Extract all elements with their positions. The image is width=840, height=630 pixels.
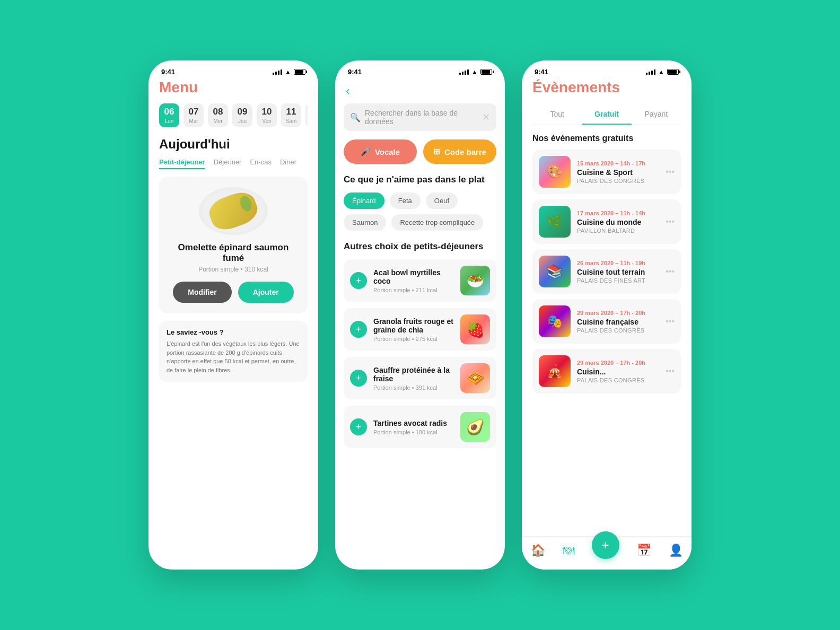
tab-payant[interactable]: Payant	[632, 104, 681, 125]
alternatives-title: Autres choix de petits-déjeuners	[335, 241, 505, 252]
clear-icon[interactable]: ✕	[482, 111, 490, 123]
meal-tabs: Petit-déjeuner Déjeuner En-cas Diner	[159, 158, 308, 169]
food-info-3: Gauffre protéinée à la fraise Portion si…	[373, 366, 454, 391]
add-circle-1[interactable]: +	[350, 272, 367, 289]
action-buttons-row: 🎤 Vocale ⊞ Code barre	[335, 139, 505, 164]
dislike-title: Ce que je n'aime pas dans le plat	[335, 174, 505, 185]
chip-feta[interactable]: Feta	[390, 192, 421, 209]
chip-epinard[interactable]: Épinard	[344, 192, 384, 209]
add-button[interactable]: Ajouter	[238, 282, 294, 303]
event-venue-5: PALAIS DES CONGRÈS	[577, 377, 659, 383]
phone-search: 9:41 ▲ ‹ 🔍 Rechercher dans la base de do…	[335, 60, 505, 570]
event-date-2: 17 mars 2020 – 11h - 14h	[577, 210, 659, 216]
date-item-1[interactable]: 06 Lun	[159, 103, 179, 127]
date-item-7[interactable]: 12 Di	[305, 103, 308, 127]
status-icons-1: ▲	[273, 68, 305, 76]
food-thumb-2: 🍓	[460, 314, 490, 344]
status-bar-1: 9:41 ▲	[148, 60, 318, 79]
phone-events: 9:41 ▲ Évènements Tout Gratuit Payant	[522, 60, 692, 570]
add-circle-2[interactable]: +	[350, 321, 367, 338]
food-thumb-4: 🥑	[460, 412, 490, 442]
chip-saumon[interactable]: Saumon	[344, 214, 386, 231]
time-3: 9:41	[535, 68, 548, 76]
event-thumb-2: 🌿	[539, 206, 571, 238]
tab-encas[interactable]: En-cas	[250, 158, 271, 169]
signal-icon-3	[646, 69, 655, 75]
add-circle-3[interactable]: +	[350, 370, 367, 387]
status-bar-3: 9:41 ▲	[522, 60, 692, 79]
event-menu-2[interactable]: •••	[666, 217, 675, 226]
event-name-3: Cuisine tout terrain	[577, 268, 659, 276]
barcode-button[interactable]: ⊞ Code barre	[423, 139, 496, 164]
date-num-4: 09	[238, 107, 248, 117]
date-item-2[interactable]: 07 Mar	[183, 103, 204, 127]
date-day-6: Sam	[286, 118, 297, 124]
fab-add-button[interactable]: +	[592, 531, 619, 559]
event-name-5: Cuisin...	[577, 368, 659, 376]
today-label: Aujourd'hui	[159, 137, 308, 152]
event-name-4: Cuisine française	[577, 318, 659, 326]
barcode-icon: ⊞	[433, 147, 440, 156]
search-bar[interactable]: 🔍 Rechercher dans la base de données ✕	[344, 103, 496, 131]
event-info-2: 17 mars 2020 – 11h - 14h Cuisine du mond…	[577, 210, 659, 234]
vocal-label: Vocale	[375, 147, 400, 156]
barcode-label: Code barre	[444, 147, 486, 156]
event-menu-4[interactable]: •••	[666, 317, 675, 326]
food-item-3: + Gauffre protéinée à la fraise Portion …	[344, 357, 496, 399]
phones-container: 9:41 ▲ Menu 06 Lun	[148, 60, 692, 570]
date-item-6[interactable]: 11 Sam	[281, 103, 301, 127]
event-info-5: 29 mars 2020 – 17h - 20h Cuisin... PALAI…	[577, 360, 659, 383]
food-card: Omelette épinard saumon fumé Portion sim…	[159, 177, 308, 313]
tab-gratuit[interactable]: Gratuit	[582, 104, 631, 125]
event-info-1: 15 mars 2020 – 14h - 17h Cuisine & Sport…	[577, 160, 659, 184]
event-tabs: Tout Gratuit Payant	[532, 104, 681, 125]
event-card-5: 🎪 29 mars 2020 – 17h - 20h Cuisin... PAL…	[532, 349, 681, 393]
food-list-meta-2: Portion simple • 275 kcal	[373, 336, 454, 342]
profile-nav-icon[interactable]: 👤	[669, 544, 683, 557]
tab-tout[interactable]: Tout	[532, 104, 582, 125]
food-list-meta-3: Portion simple • 391 kcal	[373, 384, 454, 391]
event-menu-1[interactable]: •••	[666, 167, 675, 177]
home-nav-icon[interactable]: 🏠	[531, 544, 545, 557]
event-card-1: 🎨 15 mars 2020 – 14h - 17h Cuisine & Spo…	[532, 150, 681, 194]
date-day-2: Mar	[189, 118, 198, 124]
food-list-name-3: Gauffre protéinée à la fraise	[373, 366, 454, 383]
vocal-button[interactable]: 🎤 Vocale	[344, 139, 417, 164]
event-thumb-3: 📚	[539, 256, 571, 287]
event-venue-4: PALAIS DES CONGRÈS	[577, 327, 659, 334]
status-bar-2: 9:41 ▲	[335, 60, 505, 79]
food-thumb-1: 🥗	[460, 266, 490, 295]
event-venue-1: PALAIS DES CONGRÈS	[577, 178, 659, 184]
food-meta: Portion simple • 310 kcal	[198, 266, 268, 273]
battery-icon-3	[667, 69, 679, 75]
phone2-content: ‹ 🔍 Rechercher dans la base de données ✕…	[335, 79, 505, 570]
tab-diner[interactable]: Diner	[280, 158, 296, 169]
event-info-4: 29 mars 2020 – 17h - 20h Cuisine françai…	[577, 310, 659, 334]
date-item-3[interactable]: 08 Mer	[208, 103, 228, 127]
back-button[interactable]: ‹	[335, 79, 505, 103]
date-num-3: 08	[213, 107, 223, 117]
food-list-name-4: Tartines avocat radis	[373, 419, 454, 427]
date-item-4[interactable]: 09 Jeu	[232, 103, 252, 127]
info-title: Le saviez -vous ?	[167, 328, 300, 336]
event-card-2: 🌿 17 mars 2020 – 11h - 14h Cuisine du mo…	[532, 199, 681, 244]
status-icons-2: ▲	[459, 68, 492, 76]
events-title: Évènements	[532, 79, 681, 96]
add-circle-4[interactable]: +	[350, 418, 367, 435]
tab-petit-dejeuner[interactable]: Petit-déjeuner	[159, 158, 205, 169]
tab-dejeuner[interactable]: Déjeuner	[214, 158, 242, 169]
event-menu-3[interactable]: •••	[666, 267, 675, 276]
restaurant-nav-icon[interactable]: 🍽	[563, 544, 574, 557]
wifi-icon-3: ▲	[658, 68, 664, 76]
wifi-icon-2: ▲	[471, 68, 478, 76]
calendar-nav-icon[interactable]: 📅	[637, 544, 651, 557]
modify-button[interactable]: Modifier	[173, 282, 231, 303]
chip-oeuf[interactable]: Oeuf	[426, 192, 458, 209]
time-1: 9:41	[161, 68, 175, 76]
chip-recette[interactable]: Recette trop compliquée	[391, 214, 483, 231]
event-menu-5[interactable]: •••	[666, 366, 675, 376]
food-thumb-3: 🧇	[460, 363, 490, 393]
food-name: Omelette épinard saumon fumé	[168, 242, 299, 264]
food-list-name-1: Acaï bowl myrtilles coco	[373, 268, 454, 285]
date-item-5[interactable]: 10 Ven	[257, 103, 277, 127]
